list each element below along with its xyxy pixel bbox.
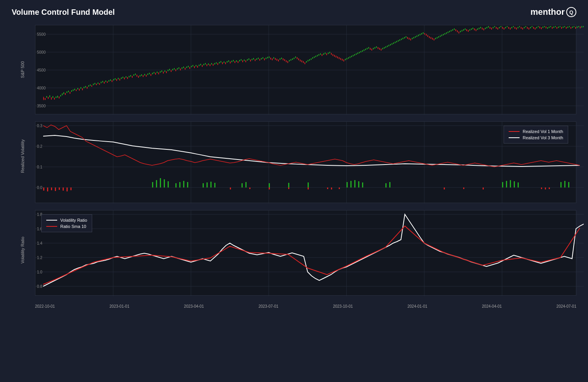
svg-rect-426 <box>331 187 332 189</box>
svg-rect-337 <box>541 27 542 29</box>
svg-rect-154 <box>256 58 257 60</box>
svg-rect-84 <box>147 74 148 75</box>
svg-rect-168 <box>278 60 279 61</box>
svg-rect-260 <box>421 33 422 35</box>
svg-rect-141 <box>236 60 237 62</box>
svg-rect-120 <box>203 64 204 65</box>
svg-rect-258 <box>418 35 419 36</box>
svg-rect-307 <box>494 26 495 27</box>
svg-rect-60 <box>110 79 111 81</box>
svg-rect-67 <box>121 77 122 79</box>
svg-rect-142 <box>238 61 238 63</box>
svg-rect-407 <box>514 181 515 187</box>
svg-rect-30 <box>63 92 64 94</box>
svg-rect-243 <box>395 42 396 43</box>
svg-rect-220 <box>359 52 360 53</box>
svg-rect-66 <box>119 79 120 81</box>
y-axis-label-vol-ratio: Volatility Ratio <box>20 242 25 264</box>
svg-rect-64 <box>116 79 117 81</box>
page-header: Volume Control Fund Model menthor Q <box>0 0 588 21</box>
svg-rect-196 <box>322 54 322 56</box>
svg-rect-96 <box>166 71 167 73</box>
svg-rect-250 <box>406 36 406 38</box>
chart-realized-vol: Realized Volatility Realized Vol 1 Month… <box>12 121 576 203</box>
svg-rect-349 <box>560 26 560 27</box>
svg-rect-257 <box>416 35 417 37</box>
svg-rect-313 <box>504 28 504 30</box>
svg-rect-302 <box>486 27 487 28</box>
svg-rect-209 <box>342 59 343 61</box>
svg-rect-32 <box>66 91 67 93</box>
svg-rect-351 <box>563 26 564 28</box>
svg-rect-219 <box>357 53 358 54</box>
svg-rect-272 <box>440 35 441 37</box>
svg-rect-195 <box>320 53 321 55</box>
svg-rect-335 <box>538 26 539 27</box>
svg-rect-121 <box>205 63 206 65</box>
svg-rect-224 <box>365 49 366 50</box>
svg-rect-52 <box>98 82 98 84</box>
svg-rect-324 <box>521 27 522 29</box>
svg-rect-186 <box>306 61 307 63</box>
svg-rect-111 <box>189 67 190 69</box>
svg-rect-306 <box>493 27 494 28</box>
svg-rect-71 <box>127 77 128 79</box>
svg-rect-28 <box>60 95 61 96</box>
svg-rect-100 <box>172 69 173 70</box>
svg-rect-321 <box>516 28 517 30</box>
svg-rect-132 <box>222 62 223 64</box>
svg-rect-178 <box>294 58 294 59</box>
svg-rect-95 <box>164 70 165 72</box>
svg-rect-389 <box>206 182 208 187</box>
svg-rect-227 <box>370 48 371 50</box>
svg-rect-35 <box>71 90 72 92</box>
svg-rect-325 <box>522 28 523 30</box>
svg-text:0.1: 0.1 <box>37 165 42 169</box>
svg-rect-252 <box>409 38 410 40</box>
svg-rect-103 <box>177 68 178 70</box>
svg-rect-251 <box>407 37 408 39</box>
svg-rect-254 <box>412 38 413 39</box>
svg-rect-82 <box>144 74 145 75</box>
svg-text:3500: 3500 <box>37 104 46 108</box>
svg-rect-70 <box>126 76 126 78</box>
svg-rect-160 <box>266 58 266 59</box>
svg-rect-388 <box>203 183 204 187</box>
svg-rect-290 <box>468 30 469 32</box>
svg-rect-360 <box>577 26 578 28</box>
svg-rect-341 <box>547 27 548 29</box>
svg-rect-418 <box>66 187 68 191</box>
svg-rect-201 <box>329 52 330 53</box>
svg-rect-327 <box>525 26 526 27</box>
svg-rect-291 <box>469 29 470 31</box>
svg-rect-131 <box>220 61 221 63</box>
svg-rect-110 <box>188 66 189 67</box>
svg-text:0.3: 0.3 <box>37 124 42 128</box>
legend-label-3month: Realized Vol 3 Month <box>523 135 563 140</box>
svg-rect-385 <box>179 182 180 187</box>
y-axis-label-realized-vol: Realized Volatility <box>20 152 25 173</box>
svg-rect-428 <box>444 187 445 189</box>
svg-rect-24 <box>54 98 55 100</box>
svg-rect-314 <box>505 27 506 28</box>
svg-rect-25 <box>56 96 56 98</box>
svg-rect-245 <box>398 40 399 42</box>
x-label-4: 2023-10-01 <box>333 304 353 308</box>
svg-rect-344 <box>552 27 553 29</box>
svg-rect-29 <box>62 93 63 95</box>
svg-rect-94 <box>163 72 164 74</box>
svg-rect-156 <box>259 59 260 61</box>
svg-rect-61 <box>112 80 112 82</box>
svg-rect-205 <box>336 56 336 58</box>
svg-rect-297 <box>479 28 480 29</box>
svg-rect-57 <box>105 81 106 82</box>
svg-rect-229 <box>373 48 374 49</box>
svg-rect-173 <box>286 60 287 62</box>
svg-rect-300 <box>483 28 484 30</box>
svg-rect-76 <box>135 74 136 75</box>
svg-rect-430 <box>483 187 484 189</box>
svg-rect-318 <box>511 27 512 28</box>
svg-rect-207 <box>339 57 340 59</box>
svg-rect-171 <box>283 58 284 60</box>
svg-rect-23 <box>52 96 53 98</box>
